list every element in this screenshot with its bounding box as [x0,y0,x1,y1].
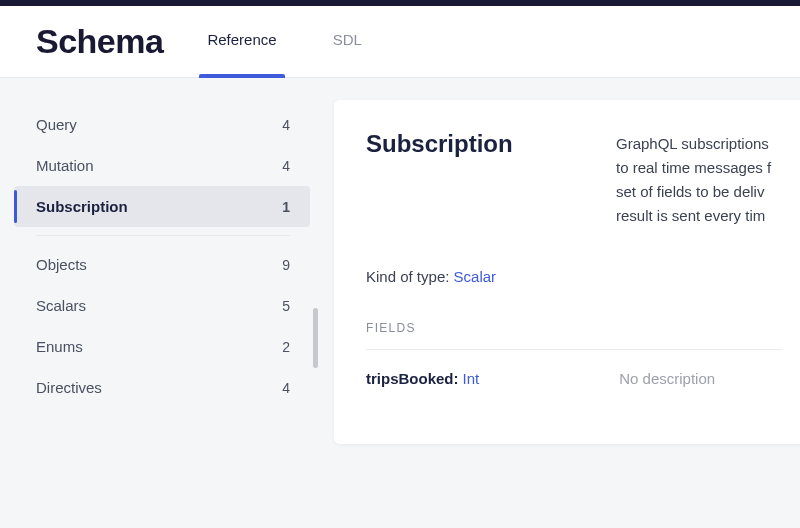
sidebar-item-mutation[interactable]: Mutation 4 [14,145,310,186]
sidebar-item-count: 4 [282,380,290,396]
page-title: Schema [36,22,163,61]
fields-section-label: FIELDS [366,321,800,335]
sidebar-item-label: Mutation [36,157,94,174]
kind-value-link[interactable]: Scalar [454,268,497,285]
sidebar-item-count: 2 [282,339,290,355]
sidebar-item-scalars[interactable]: Scalars 5 [14,285,310,326]
sidebar-item-count: 4 [282,158,290,174]
sidebar-item-label: Directives [36,379,102,396]
tab-sdl[interactable]: SDL [325,6,370,77]
header-tabs: Reference SDL [199,6,409,77]
scrollbar-thumb[interactable] [313,308,318,368]
sidebar-divider [36,235,290,236]
sidebar-item-label: Scalars [36,297,86,314]
field-row: tripsBooked: Int No description [366,370,800,387]
tab-label: Reference [207,31,276,48]
desc-line: to real time messages f [616,156,771,180]
sidebar-item-count: 4 [282,117,290,133]
kind-of-type-row: Kind of type: Scalar [366,268,800,285]
desc-line: GraphQL subscriptions [616,132,771,156]
field-name[interactable]: tripsBooked [366,370,454,387]
tab-label: SDL [333,31,362,48]
sidebar-item-count: 9 [282,257,290,273]
type-list-sidebar: Query 4 Mutation 4 Subscription 1 Object… [0,78,320,528]
sidebar-item-enums[interactable]: Enums 2 [14,326,310,367]
type-description: GraphQL subscriptions to real time messa… [616,130,771,228]
sidebar-item-directives[interactable]: Directives 4 [14,367,310,408]
sidebar-item-count: 1 [282,199,290,215]
desc-line: set of fields to be deliv [616,180,771,204]
sidebar-item-subscription[interactable]: Subscription 1 [14,186,310,227]
tab-reference[interactable]: Reference [199,6,284,77]
page-body: Query 4 Mutation 4 Subscription 1 Object… [0,78,800,528]
kind-label: Kind of type: [366,268,449,285]
type-detail-card: Subscription GraphQL subscriptions to re… [334,100,800,444]
sidebar-item-label: Objects [36,256,87,273]
type-header: Subscription GraphQL subscriptions to re… [366,130,800,228]
sidebar-item-query[interactable]: Query 4 [14,104,310,145]
fields-divider [366,349,782,350]
field-type-link[interactable]: Int [463,370,480,387]
detail-pane: Subscription GraphQL subscriptions to re… [320,78,800,528]
desc-line: result is sent every tim [616,204,771,228]
field-description: No description [619,370,715,387]
field-colon: : [454,370,459,387]
sidebar-item-count: 5 [282,298,290,314]
type-title: Subscription [366,130,616,158]
page-header: Schema Reference SDL [0,6,800,78]
sidebar-item-label: Subscription [36,198,128,215]
sidebar-item-objects[interactable]: Objects 9 [14,244,310,285]
sidebar-item-label: Enums [36,338,83,355]
sidebar-item-label: Query [36,116,77,133]
